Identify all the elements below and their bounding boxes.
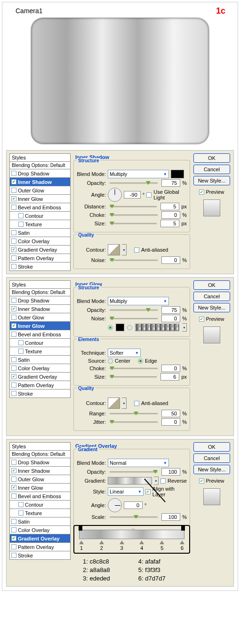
angle-input[interactable]: 0: [124, 501, 143, 509]
style-item-inner-glow[interactable]: ✔Inner Glow: [9, 484, 71, 492]
noise-input[interactable]: 0: [161, 315, 180, 322]
opacity-input[interactable]: 75: [161, 306, 180, 314]
noise-slider[interactable]: [110, 260, 158, 261]
opacity-stop[interactable]: [79, 526, 82, 531]
ok-button[interactable]: OK: [193, 153, 230, 163]
style-item-color-overlay[interactable]: Color Overlay: [9, 526, 71, 534]
opacity-stop[interactable]: [181, 526, 185, 531]
gradient-dropdown[interactable]: ▼: [154, 477, 159, 485]
preview-checkbox[interactable]: ✔: [199, 317, 204, 322]
style-checkbox[interactable]: [11, 382, 16, 388]
range-slider[interactable]: [110, 413, 158, 414]
antialiased-checkbox[interactable]: [134, 401, 139, 406]
size-slider[interactable]: [110, 223, 157, 224]
gradient-stop[interactable]: 5: [160, 541, 164, 551]
gradient-style-select[interactable]: Linear▼: [108, 487, 144, 496]
preview-toggle[interactable]: ✔Preview: [199, 189, 224, 195]
style-item-drop-shadow[interactable]: Drop Shadow: [9, 296, 71, 305]
align-layer-checkbox[interactable]: ✔: [145, 489, 151, 494]
style-item-bevel-and-emboss[interactable]: Bevel and Emboss: [9, 203, 71, 212]
choke-input[interactable]: 0: [161, 211, 180, 219]
style-item-satin[interactable]: Satin: [9, 356, 71, 364]
style-checkbox[interactable]: [18, 502, 24, 507]
style-item-gradient-overlay[interactable]: ✔Gradient Overlay: [9, 534, 71, 543]
style-checkbox[interactable]: ✔: [11, 306, 16, 311]
source-center-radio[interactable]: [108, 358, 113, 364]
angle-dial[interactable]: [108, 498, 122, 512]
style-item-gradient-overlay[interactable]: ✔Gradient Overlay: [9, 246, 71, 254]
style-checkbox[interactable]: ✔: [11, 374, 16, 379]
gradient-editor[interactable]: ◇ 123456: [73, 525, 190, 554]
style-item-inner-glow[interactable]: ✔Inner Glow: [9, 195, 71, 203]
newStyle-button[interactable]: New Style...: [193, 176, 230, 185]
style-checkbox[interactable]: [11, 298, 16, 303]
distance-input[interactable]: 5: [160, 203, 179, 210]
style-item-color-overlay[interactable]: Color Overlay: [9, 364, 71, 373]
style-item-contour[interactable]: Contour: [9, 212, 71, 220]
style-checkbox[interactable]: [11, 255, 16, 261]
style-checkbox[interactable]: [11, 357, 16, 362]
glow-color-swatch[interactable]: [116, 324, 124, 331]
style-item-texture[interactable]: Texture: [9, 509, 71, 517]
style-item-gradient-overlay[interactable]: ✔Gradient Overlay: [9, 373, 71, 381]
opacity-slider[interactable]: [110, 183, 158, 184]
style-checkbox[interactable]: ✔: [11, 179, 16, 184]
contour-picker[interactable]: [108, 244, 120, 255]
style-checkbox[interactable]: [11, 544, 16, 549]
noise-slider[interactable]: [110, 318, 158, 319]
style-checkbox[interactable]: [11, 460, 16, 465]
antialiased-checkbox[interactable]: [134, 247, 139, 253]
glow-gradient-preview[interactable]: [135, 324, 179, 331]
blending-options[interactable]: Blending Options: Default: [9, 289, 71, 296]
preview-toggle[interactable]: ✔Preview: [199, 316, 224, 322]
style-checkbox[interactable]: [11, 332, 16, 337]
style-checkbox[interactable]: [18, 510, 24, 516]
style-checkbox[interactable]: [11, 264, 16, 269]
noise-input[interactable]: 0: [161, 256, 180, 264]
distance-slider[interactable]: [110, 206, 157, 207]
opacity-input[interactable]: 100: [161, 468, 180, 476]
newStyle-button[interactable]: New Style...: [193, 465, 230, 474]
style-item-pattern-overlay[interactable]: Pattern Overlay: [9, 543, 71, 551]
style-checkbox[interactable]: [11, 205, 16, 210]
style-checkbox[interactable]: [11, 315, 16, 320]
scale-slider[interactable]: [110, 517, 158, 518]
style-checkbox[interactable]: ✔: [11, 485, 16, 490]
gradient-stop[interactable]: 6: [180, 541, 184, 551]
style-checkbox[interactable]: [18, 340, 24, 345]
cancel-button[interactable]: Cancel: [193, 165, 230, 174]
global-light-checkbox[interactable]: [146, 192, 152, 198]
gradient-stop[interactable]: 2: [99, 541, 104, 551]
gradient-stop[interactable]: 4: [139, 541, 144, 551]
style-checkbox[interactable]: [11, 188, 16, 193]
preview-checkbox[interactable]: ✔: [199, 478, 204, 484]
reverse-checkbox[interactable]: [160, 478, 166, 484]
style-checkbox[interactable]: [11, 527, 16, 533]
style-item-satin[interactable]: Satin: [9, 517, 71, 526]
size-input[interactable]: 5: [160, 220, 179, 227]
style-item-inner-shadow[interactable]: ✔Inner Shadow: [9, 467, 71, 475]
style-checkbox[interactable]: [18, 349, 24, 354]
blend-mode-select[interactable]: Normal▼: [108, 459, 169, 467]
style-item-texture[interactable]: Texture: [9, 347, 71, 356]
opacity-slider[interactable]: [110, 310, 158, 311]
style-checkbox[interactable]: ✔: [11, 247, 16, 252]
style-item-outer-glow[interactable]: Outer Glow: [9, 475, 71, 484]
style-item-stroke[interactable]: Stroke: [9, 262, 71, 271]
blend-mode-select[interactable]: Multiply▼: [108, 297, 169, 305]
gradient-stop[interactable]: 3: [120, 541, 124, 551]
jitter-slider[interactable]: [110, 421, 158, 423]
opacity-slider[interactable]: [110, 471, 158, 473]
style-item-inner-shadow[interactable]: ✔Inner Shadow: [9, 305, 71, 313]
size-input[interactable]: 6: [160, 373, 179, 381]
glow-gradient-radio[interactable]: [127, 325, 132, 330]
cancel-button[interactable]: Cancel: [193, 453, 230, 463]
style-checkbox[interactable]: [11, 553, 16, 558]
preview-toggle[interactable]: ✔Preview: [199, 478, 224, 484]
style-checkbox[interactable]: [11, 239, 16, 244]
glow-gradient-dropdown[interactable]: ▼: [182, 323, 187, 332]
style-checkbox[interactable]: [11, 493, 16, 499]
style-checkbox[interactable]: [11, 519, 16, 524]
contour-picker[interactable]: [108, 398, 120, 409]
contour-dropdown[interactable]: ▼: [122, 398, 127, 409]
